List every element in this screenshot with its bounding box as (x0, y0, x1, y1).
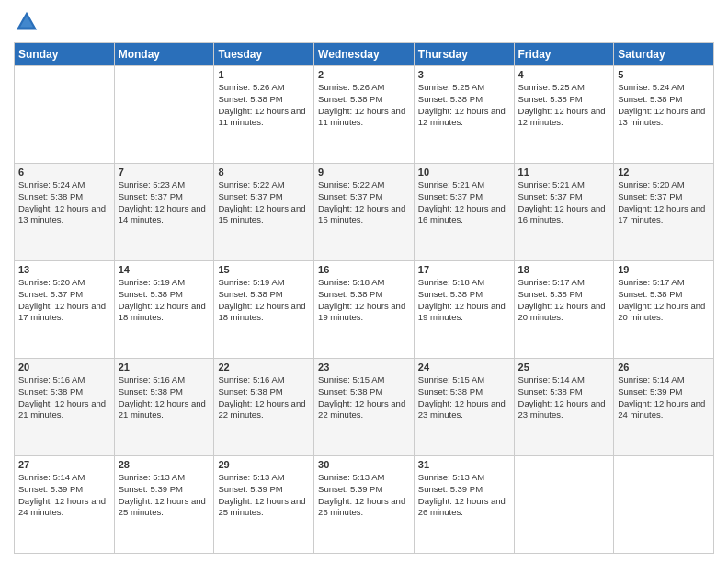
calendar-table: SundayMondayTuesdayWednesdayThursdayFrid… (14, 42, 714, 554)
day-number: 24 (418, 362, 510, 373)
calendar-week-2: 6Sunrise: 5:24 AM Sunset: 5:38 PM Daylig… (15, 164, 714, 261)
day-number: 19 (618, 264, 710, 275)
day-info: Sunrise: 5:13 AM Sunset: 5:39 PM Dayligh… (318, 472, 410, 519)
day-info: Sunrise: 5:13 AM Sunset: 5:39 PM Dayligh… (119, 472, 210, 519)
day-info: Sunrise: 5:26 AM Sunset: 5:38 PM Dayligh… (218, 82, 310, 129)
calendar-week-5: 27Sunrise: 5:14 AM Sunset: 5:39 PM Dayli… (15, 456, 714, 554)
calendar-cell: 20Sunrise: 5:16 AM Sunset: 5:38 PM Dayli… (15, 359, 115, 456)
day-number: 14 (119, 264, 210, 275)
day-number: 29 (218, 459, 310, 470)
day-info: Sunrise: 5:21 AM Sunset: 5:37 PM Dayligh… (418, 179, 510, 226)
day-info: Sunrise: 5:15 AM Sunset: 5:38 PM Dayligh… (318, 374, 410, 421)
day-number: 17 (418, 264, 510, 275)
calendar-cell: 3Sunrise: 5:25 AM Sunset: 5:38 PM Daylig… (414, 66, 514, 164)
day-info: Sunrise: 5:14 AM Sunset: 5:39 PM Dayligh… (618, 374, 710, 421)
calendar-cell: 6Sunrise: 5:24 AM Sunset: 5:38 PM Daylig… (15, 164, 115, 261)
day-info: Sunrise: 5:17 AM Sunset: 5:38 PM Dayligh… (518, 277, 610, 324)
calendar-cell: 31Sunrise: 5:13 AM Sunset: 5:39 PM Dayli… (414, 456, 514, 554)
calendar-cell: 17Sunrise: 5:18 AM Sunset: 5:38 PM Dayli… (414, 261, 514, 359)
calendar-cell: 16Sunrise: 5:18 AM Sunset: 5:38 PM Dayli… (314, 261, 415, 359)
day-info: Sunrise: 5:16 AM Sunset: 5:38 PM Dayligh… (218, 374, 310, 421)
calendar-cell: 22Sunrise: 5:16 AM Sunset: 5:38 PM Dayli… (214, 359, 314, 456)
day-info: Sunrise: 5:17 AM Sunset: 5:38 PM Dayligh… (618, 277, 710, 324)
calendar-cell: 8Sunrise: 5:22 AM Sunset: 5:37 PM Daylig… (214, 164, 314, 261)
day-number: 9 (318, 167, 410, 178)
day-number: 3 (418, 69, 510, 80)
day-info: Sunrise: 5:15 AM Sunset: 5:38 PM Dayligh… (418, 374, 510, 421)
day-number: 31 (418, 459, 510, 470)
day-number: 26 (618, 362, 710, 373)
calendar-header-wednesday: Wednesday (314, 43, 415, 66)
calendar-body: 1Sunrise: 5:26 AM Sunset: 5:38 PM Daylig… (15, 66, 714, 554)
calendar-cell: 9Sunrise: 5:22 AM Sunset: 5:37 PM Daylig… (314, 164, 415, 261)
calendar-cell: 5Sunrise: 5:24 AM Sunset: 5:38 PM Daylig… (614, 66, 714, 164)
day-info: Sunrise: 5:22 AM Sunset: 5:37 PM Dayligh… (318, 179, 410, 226)
day-info: Sunrise: 5:19 AM Sunset: 5:38 PM Dayligh… (119, 277, 210, 324)
calendar-cell: 25Sunrise: 5:14 AM Sunset: 5:38 PM Dayli… (514, 359, 614, 456)
day-number: 25 (518, 362, 610, 373)
day-number: 20 (18, 362, 110, 373)
day-info: Sunrise: 5:18 AM Sunset: 5:38 PM Dayligh… (318, 277, 410, 324)
day-info: Sunrise: 5:14 AM Sunset: 5:39 PM Dayligh… (18, 472, 110, 519)
calendar-header-thursday: Thursday (414, 43, 514, 66)
calendar-cell: 30Sunrise: 5:13 AM Sunset: 5:39 PM Dayli… (314, 456, 415, 554)
calendar-cell: 1Sunrise: 5:26 AM Sunset: 5:38 PM Daylig… (214, 66, 314, 164)
day-number: 2 (318, 69, 410, 80)
calendar-cell: 11Sunrise: 5:21 AM Sunset: 5:37 PM Dayli… (514, 164, 614, 261)
day-info: Sunrise: 5:25 AM Sunset: 5:38 PM Dayligh… (518, 82, 610, 129)
calendar-cell: 21Sunrise: 5:16 AM Sunset: 5:38 PM Dayli… (114, 359, 214, 456)
calendar-cell: 4Sunrise: 5:25 AM Sunset: 5:38 PM Daylig… (514, 66, 614, 164)
calendar-cell (114, 66, 214, 164)
day-number: 13 (18, 264, 110, 275)
day-info: Sunrise: 5:14 AM Sunset: 5:38 PM Dayligh… (518, 374, 610, 421)
day-number: 22 (218, 362, 310, 373)
calendar-cell: 18Sunrise: 5:17 AM Sunset: 5:38 PM Dayli… (514, 261, 614, 359)
calendar-cell: 26Sunrise: 5:14 AM Sunset: 5:39 PM Dayli… (614, 359, 714, 456)
day-number: 6 (18, 167, 110, 178)
day-info: Sunrise: 5:16 AM Sunset: 5:38 PM Dayligh… (119, 374, 210, 421)
logo-icon (14, 9, 40, 35)
day-number: 30 (318, 459, 410, 470)
calendar-header-friday: Friday (514, 43, 614, 66)
day-number: 12 (618, 167, 710, 178)
day-number: 7 (119, 167, 210, 178)
day-number: 15 (218, 264, 310, 275)
calendar-cell: 19Sunrise: 5:17 AM Sunset: 5:38 PM Dayli… (614, 261, 714, 359)
day-number: 4 (518, 69, 610, 80)
calendar-cell: 13Sunrise: 5:20 AM Sunset: 5:37 PM Dayli… (15, 261, 115, 359)
day-number: 5 (618, 69, 710, 80)
calendar-cell: 23Sunrise: 5:15 AM Sunset: 5:38 PM Dayli… (314, 359, 415, 456)
calendar-cell: 28Sunrise: 5:13 AM Sunset: 5:39 PM Dayli… (114, 456, 214, 554)
day-number: 8 (218, 167, 310, 178)
calendar-header-row: SundayMondayTuesdayWednesdayThursdayFrid… (15, 43, 714, 66)
calendar-cell (15, 66, 115, 164)
day-info: Sunrise: 5:24 AM Sunset: 5:38 PM Dayligh… (18, 179, 110, 226)
calendar-cell: 15Sunrise: 5:19 AM Sunset: 5:38 PM Dayli… (214, 261, 314, 359)
day-info: Sunrise: 5:26 AM Sunset: 5:38 PM Dayligh… (318, 82, 410, 129)
day-info: Sunrise: 5:23 AM Sunset: 5:37 PM Dayligh… (119, 179, 210, 226)
day-info: Sunrise: 5:13 AM Sunset: 5:39 PM Dayligh… (418, 472, 510, 519)
calendar-cell: 24Sunrise: 5:15 AM Sunset: 5:38 PM Dayli… (414, 359, 514, 456)
day-number: 28 (119, 459, 210, 470)
day-info: Sunrise: 5:25 AM Sunset: 5:38 PM Dayligh… (418, 82, 510, 129)
calendar-cell: 7Sunrise: 5:23 AM Sunset: 5:37 PM Daylig… (114, 164, 214, 261)
logo (14, 9, 43, 35)
calendar-header-sunday: Sunday (15, 43, 115, 66)
day-number: 23 (318, 362, 410, 373)
day-info: Sunrise: 5:18 AM Sunset: 5:38 PM Dayligh… (418, 277, 510, 324)
day-number: 1 (218, 69, 310, 80)
calendar-week-3: 13Sunrise: 5:20 AM Sunset: 5:37 PM Dayli… (15, 261, 714, 359)
calendar-week-1: 1Sunrise: 5:26 AM Sunset: 5:38 PM Daylig… (15, 66, 714, 164)
day-info: Sunrise: 5:20 AM Sunset: 5:37 PM Dayligh… (18, 277, 110, 324)
day-info: Sunrise: 5:19 AM Sunset: 5:38 PM Dayligh… (218, 277, 310, 324)
day-number: 11 (518, 167, 610, 178)
day-number: 18 (518, 264, 610, 275)
calendar-cell: 27Sunrise: 5:14 AM Sunset: 5:39 PM Dayli… (15, 456, 115, 554)
day-number: 10 (418, 167, 510, 178)
day-number: 21 (119, 362, 210, 373)
calendar-cell (614, 456, 714, 554)
calendar-week-4: 20Sunrise: 5:16 AM Sunset: 5:38 PM Dayli… (15, 359, 714, 456)
day-info: Sunrise: 5:22 AM Sunset: 5:37 PM Dayligh… (218, 179, 310, 226)
calendar-header-tuesday: Tuesday (214, 43, 314, 66)
day-info: Sunrise: 5:16 AM Sunset: 5:38 PM Dayligh… (18, 374, 110, 421)
